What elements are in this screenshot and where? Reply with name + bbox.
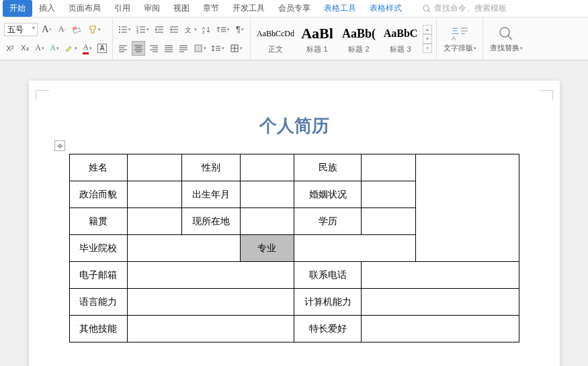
tab-review[interactable]: 审阅 [137, 0, 167, 17]
line-spacing-top-button[interactable]: ▾ [216, 22, 231, 37]
table-cell[interactable]: 毕业院校 [69, 235, 128, 262]
style-heading1[interactable]: AaBl 标题 1 [296, 21, 338, 56]
align-distribute-button[interactable] [177, 41, 190, 56]
table-cell[interactable]: 政治而貌 [69, 181, 128, 208]
resume-table[interactable]: 姓名性别民族政治而貌出生年月婚姻状况籍贯现所在地学历毕业院校专业电子邮箱联系电话… [69, 154, 519, 342]
table-cell[interactable] [240, 208, 294, 235]
decrease-indent-button[interactable] [153, 22, 165, 37]
find-replace-button[interactable]: 查找替换▾ [487, 19, 525, 58]
font-color-button[interactable]: A▾ [81, 41, 93, 56]
align-center-button[interactable] [132, 41, 145, 56]
increase-font-button[interactable]: A+ [40, 22, 53, 37]
bullets-button[interactable]: ▾ [117, 22, 132, 37]
svg-text:文: 文 [185, 26, 192, 34]
svg-point-6 [119, 29, 120, 30]
style-body[interactable]: AaBbCcDd 正文 [255, 21, 296, 56]
text-direction-button[interactable]: 三A 文字排版▾ [441, 19, 478, 58]
table-cell[interactable]: 婚姻状况 [294, 181, 361, 208]
menu-bar: 开始 插入 页面布局 引用 审阅 视图 章节 开发工具 会员专享 表格工具 表格… [0, 0, 588, 17]
table-cell[interactable] [128, 316, 294, 342]
styles-expand-button[interactable]: ≡ [423, 44, 432, 53]
svg-line-61 [508, 36, 512, 40]
asian-layout-button[interactable]: 文▾ [183, 22, 198, 37]
styles-next-button[interactable]: ▾ [423, 34, 432, 44]
search-placeholder: 查找命令、搜索模板 [434, 3, 507, 14]
font-size-select[interactable]: 五号 [4, 23, 38, 36]
shading-button[interactable]: ▾ [192, 41, 208, 56]
styles-prev-button[interactable]: ▴ [423, 25, 432, 34]
change-case-button[interactable]: A▾ [34, 41, 46, 56]
tab-page-layout[interactable]: 页面布局 [62, 0, 108, 17]
font-dialog-button[interactable]: A [96, 41, 108, 56]
page[interactable]: 个人简历 ✥ 姓名性别民族政治而貌出生年月婚姻状况籍贯现所在地学历毕业院校专业电… [29, 81, 560, 366]
show-marks-button[interactable]: ¶▾ [234, 22, 246, 37]
tab-table-styles[interactable]: 表格样式 [363, 0, 409, 17]
borders-button[interactable]: ▾ [228, 41, 244, 56]
table-cell[interactable] [294, 235, 519, 262]
highlight-button[interactable]: ▾ [63, 41, 79, 56]
table-cell[interactable] [362, 181, 415, 208]
tab-member[interactable]: 会员专享 [271, 0, 317, 17]
resume-table-wrap: ✥ 姓名性别民族政治而貌出生年月婚姻状况籍贯现所在地学历毕业院校专业电子邮箱联系… [69, 154, 519, 342]
table-cell[interactable] [128, 181, 181, 208]
tab-chapter[interactable]: 章节 [196, 0, 226, 17]
table-cell[interactable]: 联系电话 [294, 262, 361, 289]
table-cell[interactable] [128, 208, 181, 235]
align-right-button[interactable] [148, 41, 160, 56]
clear-format-button[interactable] [71, 22, 84, 37]
table-cell[interactable]: 专业 [240, 235, 294, 262]
table-cell[interactable]: 民族 [294, 154, 361, 181]
table-cell[interactable]: 姓名 [69, 154, 128, 181]
tab-insert[interactable]: 插入 [32, 0, 62, 17]
table-cell[interactable]: 学历 [294, 208, 361, 235]
table-cell[interactable] [362, 316, 519, 342]
table-cell[interactable] [362, 289, 519, 316]
style-heading3[interactable]: AaBbC 标题 3 [380, 21, 421, 56]
style-heading2[interactable]: AaBb( 标题 2 [338, 21, 380, 56]
tab-view[interactable]: 视图 [167, 0, 196, 17]
table-cell[interactable]: 特长爱好 [294, 316, 361, 342]
table-cell[interactable] [128, 262, 294, 289]
table-cell[interactable]: 出生年月 [181, 181, 240, 208]
table-cell[interactable]: 籍贯 [69, 208, 128, 235]
table-cell[interactable] [362, 154, 415, 181]
tab-start[interactable]: 开始 [3, 0, 32, 17]
numbering-button[interactable]: 123▾ [135, 22, 151, 37]
styles-nav: ▴ ▾ ≡ [423, 25, 432, 53]
table-cell[interactable] [240, 181, 294, 208]
table-cell[interactable] [362, 208, 415, 235]
table-cell[interactable]: 现所在地 [181, 208, 240, 235]
search-box[interactable]: 查找命令、搜索模板 [422, 3, 507, 14]
styles-group: AaBbCcDd 正文 AaBl 标题 1 AaBb( 标题 2 AaBbC 标… [251, 17, 437, 60]
decrease-font-button[interactable]: A- [56, 22, 68, 37]
line-spacing-button[interactable]: ▾ [210, 41, 226, 56]
document-area[interactable]: 个人简历 ✥ 姓名性别民族政治而貌出生年月婚姻状况籍贯现所在地学历毕业院校专业电… [0, 60, 588, 366]
table-row: 语言能力计算机能力 [69, 289, 519, 316]
table-cell[interactable] [362, 262, 519, 289]
document-title[interactable]: 个人简历 [69, 114, 519, 138]
format-brush-button[interactable]: ▾ [87, 22, 102, 37]
table-row: 其他技能特长爱好 [69, 316, 519, 342]
table-cell[interactable]: 计算机能力 [294, 289, 361, 316]
align-justify-button[interactable] [163, 41, 175, 56]
font-group: 五号 A+ A- ▾ X² X₂ A▾ A▾ ▾ A▾ A [0, 17, 113, 60]
table-cell[interactable] [240, 154, 294, 181]
table-move-handle[interactable]: ✥ [54, 140, 65, 151]
table-cell[interactable] [128, 154, 181, 181]
font-effects-button[interactable]: A▾ [48, 41, 60, 56]
align-left-button[interactable] [117, 41, 129, 56]
subscript-button[interactable]: X₂ [19, 41, 31, 56]
increase-indent-button[interactable] [168, 22, 180, 37]
table-cell[interactable]: 其他技能 [69, 316, 128, 342]
tab-table-tools[interactable]: 表格工具 [317, 0, 363, 17]
table-cell[interactable]: 性别 [181, 154, 240, 181]
tab-developer[interactable]: 开发工具 [226, 0, 271, 17]
paragraph-group: ▾ 123▾ 文▾ AZ ▾ ¶▾ ▾ ▾ ▾ [113, 17, 251, 60]
table-cell[interactable]: 电子邮箱 [69, 262, 128, 289]
table-cell[interactable] [128, 235, 240, 262]
sort-button[interactable]: AZ [201, 22, 213, 37]
table-cell[interactable]: 语言能力 [69, 289, 128, 316]
superscript-button[interactable]: X² [4, 41, 16, 56]
tab-references[interactable]: 引用 [108, 0, 137, 17]
table-cell[interactable] [128, 289, 294, 316]
